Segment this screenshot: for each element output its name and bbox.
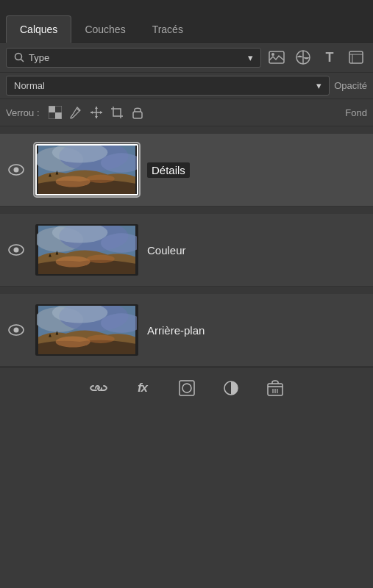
layer-item-arriere-plan[interactable]: Arrière-plan bbox=[0, 294, 373, 367]
frame-filter-icon[interactable] bbox=[345, 47, 367, 68]
svg-point-3 bbox=[271, 53, 274, 56]
move-lock-icon[interactable] bbox=[87, 103, 106, 122]
tab-calques[interactable]: Calques bbox=[6, 15, 71, 43]
visibility-icon-arriere-plan[interactable] bbox=[6, 324, 26, 336]
filter-toolbar: Type ▾ T bbox=[0, 43, 373, 72]
layer-item-couleur[interactable]: Couleur bbox=[0, 214, 373, 287]
text-filter-icon[interactable]: T bbox=[319, 47, 341, 68]
tab-bar: Calques Couches Tracés bbox=[0, 0, 373, 43]
layer-name-details: Détails bbox=[147, 162, 190, 178]
spacer2 bbox=[0, 207, 373, 214]
svg-point-37 bbox=[14, 328, 19, 333]
crop-lock-icon[interactable] bbox=[107, 103, 127, 122]
svg-point-34 bbox=[56, 256, 90, 267]
svg-point-46 bbox=[182, 384, 191, 392]
lock-bar: Verrou : bbox=[0, 98, 373, 126]
visibility-icon-details[interactable] bbox=[6, 164, 26, 176]
visibility-icon-couleur[interactable] bbox=[6, 244, 26, 256]
brush-lock-icon[interactable] bbox=[66, 103, 85, 122]
svg-line-1 bbox=[21, 60, 24, 62]
tab-couches[interactable]: Couches bbox=[71, 16, 138, 43]
svg-rect-5 bbox=[349, 51, 363, 63]
svg-point-19 bbox=[14, 168, 19, 173]
layer-thumbnail-details bbox=[35, 144, 138, 196]
lock-label: Verrou : bbox=[6, 107, 40, 118]
opacity-label: Opacité bbox=[334, 80, 367, 91]
spacer bbox=[0, 126, 373, 134]
blend-mode-toolbar: Normal ▾ Opacité bbox=[0, 72, 373, 98]
filter-select[interactable]: Type ▾ bbox=[6, 48, 261, 68]
bottom-toolbar: fx bbox=[0, 367, 373, 408]
svg-point-28 bbox=[14, 248, 19, 253]
fx-icon[interactable]: fx bbox=[129, 375, 156, 401]
svg-rect-8 bbox=[49, 106, 55, 112]
new-fill-layer-icon[interactable] bbox=[218, 375, 244, 401]
svg-rect-9 bbox=[55, 112, 62, 119]
svg-point-26 bbox=[87, 175, 115, 183]
layer-thumbnail-couleur bbox=[35, 224, 138, 276]
adjustment-filter-icon[interactable] bbox=[292, 47, 314, 68]
svg-point-43 bbox=[56, 336, 90, 347]
link-icon[interactable] bbox=[85, 375, 112, 401]
padlock-lock-icon[interactable] bbox=[128, 103, 147, 122]
spacer3 bbox=[0, 287, 373, 294]
svg-point-0 bbox=[15, 54, 22, 60]
svg-point-25 bbox=[56, 176, 90, 187]
layer-thumbnail-arriere-plan bbox=[35, 304, 138, 356]
svg-rect-12 bbox=[113, 109, 121, 116]
search-icon bbox=[14, 52, 24, 62]
checkerboard-lock-icon[interactable] bbox=[46, 103, 65, 122]
layer-item-details[interactable]: Détails bbox=[0, 134, 373, 207]
delete-layer-icon[interactable] bbox=[262, 375, 288, 401]
image-filter-icon[interactable] bbox=[266, 47, 288, 68]
svg-rect-45 bbox=[180, 381, 194, 395]
svg-rect-17 bbox=[133, 112, 142, 118]
tab-traces[interactable]: Tracés bbox=[139, 16, 196, 43]
svg-point-35 bbox=[87, 255, 115, 263]
layer-list: Détails Couleu bbox=[0, 126, 373, 367]
new-adjustment-layer-icon[interactable] bbox=[174, 375, 200, 401]
svg-point-44 bbox=[87, 335, 115, 343]
layer-name-couleur: Couleur bbox=[147, 244, 186, 257]
fill-label: Fond bbox=[345, 107, 367, 118]
blend-mode-select[interactable]: Normal ▾ bbox=[6, 76, 330, 96]
layer-name-arriere-plan: Arrière-plan bbox=[147, 324, 205, 337]
